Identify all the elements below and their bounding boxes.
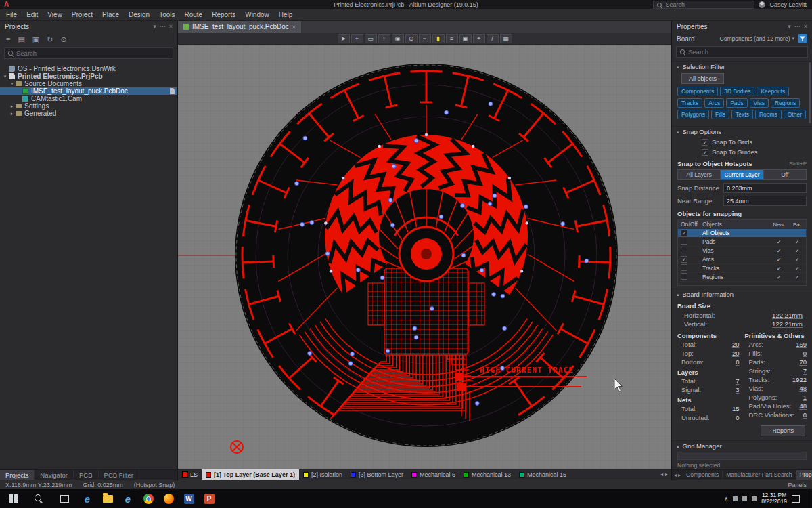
taskbar-clock[interactable]: 12:31 PM 8/22/2019 [761,492,787,505]
origin-tool-icon[interactable]: ⌖ [473,34,485,43]
tabs-scroll-right-icon[interactable]: ▸ [678,472,681,478]
filter-chip-polygons[interactable]: Polygons [677,110,709,119]
file-explorer-icon[interactable] [97,489,118,508]
pad-tool-icon[interactable]: ◉ [392,34,404,43]
filter-chip-regions[interactable]: Regions [771,98,800,108]
layer-tab-mechanical-6[interactable]: Mechanical 6 [407,469,459,480]
menu-item-reports[interactable]: Reports [207,9,240,20]
taskbar-search-button[interactable] [26,489,51,508]
route-tool-icon[interactable]: ~ [419,34,431,43]
expander-icon[interactable]: ▾ [2,74,8,79]
layer-set-chip[interactable]: LS [178,471,202,478]
filter-chip-texts[interactable]: Texts [731,110,753,119]
layer-tab-3-bottom-layer[interactable]: [3] Bottom Layer [346,469,407,480]
firefox-icon[interactable] [158,489,179,508]
filter-chip-rooms[interactable]: Rooms [755,110,782,119]
panel-tab-properties[interactable]: Properties [796,470,812,480]
area-select-tool-icon[interactable]: ▭ [365,34,377,43]
tray-expand-icon[interactable]: ∧ [724,496,728,502]
section-board-information[interactable]: ▴ Board Information [672,289,812,299]
user-name[interactable]: Casey Leavitt [769,1,807,8]
checkbox-icon[interactable]: ✓ [681,230,687,236]
menu-item-view[interactable]: View [43,9,67,20]
checkbox-icon[interactable]: ✓ [702,149,708,156]
filter-chip-vias[interactable]: Vias [750,98,769,108]
filter-chip-3d-bodies[interactable]: 3D Bodies [720,87,754,96]
scrollbar[interactable] [809,62,811,123]
checkbox-icon[interactable]: ✓ [681,256,687,263]
panel-tab-manufacturer-part-search[interactable]: Manufacturer Part Search [723,470,796,480]
grid-tool-icon[interactable]: ▦ [500,34,512,43]
projects-tab-pcb[interactable]: PCB [74,470,99,480]
menu-item-route[interactable]: Route [180,9,208,20]
section-selection-filter[interactable]: ▴ Selection Filter [672,61,812,72]
layer-scroll-right-icon[interactable]: ▸ [665,471,668,478]
via-tool-icon[interactable]: ⊙ [405,34,418,43]
tray-icon[interactable] [742,496,747,501]
tray-icon[interactable] [733,496,738,501]
tree-item-printed-electronics-prjpcb[interactable]: ▾Printed Electronics.PrjPcb [0,72,177,80]
user-avatar[interactable] [759,1,765,8]
checkbox-icon[interactable]: ✓ [702,139,708,146]
select-tool-icon[interactable]: ➤ [338,34,350,43]
near-range-input[interactable]: 25.4mm [723,196,807,206]
hotspot-mode-off[interactable]: Off [764,170,806,179]
powerpoint-icon[interactable]: P [199,489,219,508]
expander-icon[interactable]: ▾ [9,81,15,87]
tree-item-camtastic1-cam[interactable]: CAMtastic1.Cam [0,95,177,102]
tree-item-generated[interactable]: ▸Generated [0,110,177,117]
projects-tab-navigator[interactable]: Navigator [35,470,74,480]
properties-scope-selector[interactable]: Components (and 12 more) ▾ [720,35,794,42]
section-grid-manager[interactable]: ▴ Grid Manager [672,440,812,451]
all-objects-button[interactable]: All objects [681,73,724,84]
filter-chip-other[interactable]: Other [784,110,806,119]
menu-item-file[interactable]: File [1,9,22,20]
filter-icon[interactable] [798,34,807,43]
edge-icon[interactable]: e [77,489,97,508]
start-button[interactable] [0,489,26,508]
expander-icon[interactable]: ▸ [9,104,15,109]
pcb-canvas[interactable]: HIGH CURRENT TRACE [178,45,671,469]
reports-button[interactable]: Reports [761,425,805,436]
panel-close-icon[interactable]: × [804,23,807,30]
snap-row-tracks[interactable]: Tracks✓✓ [678,264,806,273]
tree-item-os-printed-electronics-dsnwrk[interactable]: OS - Printed Electronics.DsnWrk [0,65,177,72]
internet-explorer-icon[interactable]: e [118,489,138,508]
section-snap-options[interactable]: ▴ Snap Options [672,126,812,137]
highlight-tool-icon[interactable]: ▮ [432,34,445,43]
projects-tab-projects[interactable]: Projects [0,470,35,480]
layer-tab-2-isolation[interactable]: [2] Isolation [299,469,346,480]
tray-icon[interactable] [752,496,757,501]
panels-button[interactable]: Panels [788,482,807,488]
mask-tool-icon[interactable]: ▣ [459,34,472,43]
projects-tab-pcb-filter[interactable]: PCB Filter [99,470,139,480]
menu-item-window[interactable]: Window [240,9,274,20]
panel-dropdown-icon[interactable]: ▾ [153,23,156,30]
snap-row-arcs[interactable]: ✓Arcs✓✓ [678,255,806,264]
properties-search-input[interactable]: Search [676,46,808,58]
menu-item-help[interactable]: Help [274,9,298,20]
menu-item-edit[interactable]: Edit [22,9,43,20]
hotspot-mode-all-layers[interactable]: All Layers [678,170,721,179]
checkbox-icon[interactable] [681,247,687,253]
filter-chip-tracks[interactable]: Tracks [677,98,702,108]
filter-chip-arcs[interactable]: Arcs [704,98,724,108]
settings-icon[interactable]: ⊙ [60,35,66,44]
panel-menu-icon[interactable]: ⋯ [160,23,166,30]
snap-row-pads[interactable]: Pads✓✓ [678,238,806,247]
expander-icon[interactable]: ▸ [9,111,15,117]
checkbox-icon[interactable] [681,273,687,280]
crosshair-tool-icon[interactable]: + [351,34,363,43]
checkbox-icon[interactable] [681,264,687,271]
menu-item-project[interactable]: Project [67,9,97,20]
move-tool-icon[interactable]: ↑ [378,34,390,43]
tab-close-icon[interactable]: × [292,24,296,30]
word-icon[interactable]: W [179,489,199,508]
menu-item-tools[interactable]: Tools [154,9,179,20]
option-snap-to-grids[interactable]: ✓Snap To Grids [672,137,812,147]
tree-item-imse-test-layout-puck-pcbdoc[interactable]: IMSE_test_layout_puck.PcbDoc [0,87,177,95]
menu-item-design[interactable]: Design [124,9,154,20]
tree-item-settings[interactable]: ▸Settings [0,102,177,110]
projects-search-input[interactable]: Search [4,47,173,59]
document-tab[interactable]: IMSE_test_layout_puck.PcbDoc × [178,21,301,33]
